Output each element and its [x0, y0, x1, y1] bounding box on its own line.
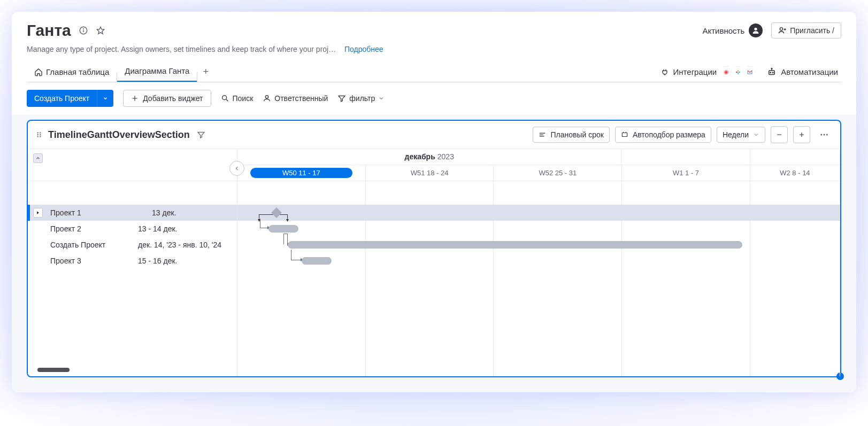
gantt-title-block: TimelineGanttOverviewSection [35, 129, 207, 141]
integration-hex-icon: ◉ [721, 66, 732, 78]
search-tool[interactable]: Поиск [221, 94, 254, 103]
add-widget-button[interactable]: Добавить виджет [123, 90, 211, 107]
task-bar[interactable] [302, 257, 332, 265]
gantt-task-rows: Проект 1 13 дек. Проект 2 13 - 14 дек. С… [28, 181, 237, 269]
week-cell[interactable]: W51 18 - 24 [366, 165, 494, 181]
task-row-project-1[interactable]: Проект 1 13 дек. [28, 205, 237, 221]
search-icon [221, 94, 229, 103]
gantt-title: TimelineGanttOverviewSection [48, 129, 190, 141]
add-widget-label: Добавить виджет [143, 94, 203, 103]
task-date: 15 - 16 дек. [138, 257, 177, 265]
timeline-header: декабрь 2023 W50 11 - 17 W51 18 - 24 W5 [237, 149, 840, 181]
planned-range-button[interactable]: Плановый срок [533, 127, 609, 143]
header-top-row: Ганта Активность [27, 21, 841, 40]
board-subtitle: Manage any type of project. Assign owner… [27, 45, 337, 53]
week-label: W2 8 - 14 [780, 169, 810, 177]
task-bar[interactable] [288, 241, 742, 249]
dependency-arrow [291, 250, 301, 260]
svg-point-26 [40, 134, 41, 135]
title-icons [78, 25, 106, 36]
plus-icon [798, 131, 805, 138]
tab-main-table[interactable]: Главная таблица [27, 63, 117, 82]
info-icon[interactable] [78, 25, 89, 36]
autofit-label: Автоподбор размера [633, 130, 705, 139]
home-icon [34, 68, 43, 76]
scale-label: Недели [723, 130, 749, 139]
week-cell[interactable]: W1 1 - 7 [622, 165, 750, 181]
svg-point-28 [40, 136, 41, 137]
scale-dropdown[interactable]: Недели [717, 127, 765, 143]
filter-label: фильтр [349, 94, 375, 103]
minus-icon [775, 131, 783, 138]
task-row-project-3[interactable]: Проект 3 15 - 16 дек. [28, 253, 237, 269]
task-row-project-2[interactable]: Проект 2 13 - 14 дек. [28, 221, 237, 237]
bar-row-project-2 [237, 221, 840, 237]
create-project-dropdown[interactable] [97, 90, 113, 107]
month-cell-empty [621, 149, 750, 165]
svg-point-13 [770, 72, 771, 73]
search-label: Поиск [233, 94, 254, 103]
filter-icon [337, 94, 346, 103]
owner-tool[interactable]: Ответственный [263, 94, 328, 103]
more-menu-button[interactable] [816, 126, 833, 143]
create-project-button[interactable]: Создать Проект [27, 90, 97, 107]
gantt-filter-icon[interactable] [195, 129, 207, 141]
gantt-timeline: декабрь 2023 W50 11 - 17 W51 18 - 24 W5 [237, 149, 840, 376]
collapse-all-button[interactable] [33, 153, 43, 163]
week-label: W52 25 - 31 [539, 169, 577, 177]
subtitle-more-link[interactable]: Подробнее [344, 45, 383, 53]
favorite-star-icon[interactable] [95, 25, 106, 36]
svg-point-21 [266, 96, 268, 98]
month-cell: декабрь 2023 [237, 149, 621, 165]
plus-icon [131, 95, 139, 102]
owner-label: Ответственный [274, 94, 328, 103]
tabs-left: Главная таблица Диаграмма Ганта + [27, 62, 214, 82]
collapse-panel-button[interactable] [229, 161, 244, 176]
svg-point-2 [83, 29, 83, 29]
filter-tool[interactable]: фильтр [337, 94, 385, 103]
week-cell[interactable]: W52 25 - 31 [494, 165, 622, 181]
task-bar[interactable] [268, 225, 298, 233]
horizontal-scrollbar[interactable] [37, 368, 70, 372]
month-year: 2023 [437, 152, 454, 161]
integrations-button[interactable]: Интеграции ◉ [660, 66, 756, 78]
zoom-in-button[interactable] [793, 126, 810, 143]
board-header: Ганта Активность [12, 12, 856, 82]
drag-handle-icon[interactable] [35, 131, 43, 138]
svg-marker-3 [97, 27, 104, 34]
bar-row-project-3 [237, 253, 840, 269]
chevron-down-icon [753, 131, 759, 138]
gantt-actions: Плановый срок Автоподбор размера Недели [533, 126, 833, 143]
week-label: W51 18 - 24 [411, 169, 449, 177]
activity-label: Активность [703, 26, 745, 35]
timeline-grid[interactable] [237, 181, 840, 376]
svg-point-24 [40, 132, 41, 133]
expand-caret[interactable] [33, 208, 43, 218]
automations-label: Автоматизации [781, 67, 838, 76]
svg-point-23 [37, 132, 39, 133]
task-date: дек. 14, '23 - янв. 10, '24 [138, 241, 221, 249]
automations-button[interactable]: Автоматизации [767, 67, 838, 77]
activity-button[interactable]: Активность [703, 24, 763, 37]
week-cell-current[interactable]: W50 11 - 17 [237, 165, 366, 181]
invite-label: Пригласить / [790, 26, 834, 35]
app-window: Ганта Активность [12, 12, 856, 392]
autofit-button[interactable]: Автоподбор размера [615, 127, 711, 143]
svg-rect-33 [622, 133, 627, 137]
svg-point-39 [820, 134, 822, 136]
task-date: 13 дек. [152, 208, 176, 217]
autofit-icon [621, 131, 628, 138]
tab-gantt[interactable]: Диаграмма Ганта [117, 62, 197, 82]
task-name: Проект 3 [33, 257, 138, 265]
gantt-panel: TimelineGanttOverviewSection Плановый ср… [27, 120, 841, 377]
task-date: 13 - 14 дек. [138, 224, 177, 233]
svg-point-27 [37, 136, 39, 137]
week-cell[interactable]: W2 8 - 14 [750, 165, 840, 181]
task-row-create-project[interactable]: Создать Проект дек. 14, '23 - янв. 10, '… [28, 237, 237, 253]
bar-row-create-project [237, 237, 840, 253]
robot-icon [767, 67, 777, 77]
zoom-out-button[interactable] [771, 126, 788, 143]
tab-add-button[interactable]: + [197, 62, 214, 82]
chevron-down-icon [378, 95, 385, 102]
invite-button[interactable]: Пригласить / [771, 22, 841, 38]
